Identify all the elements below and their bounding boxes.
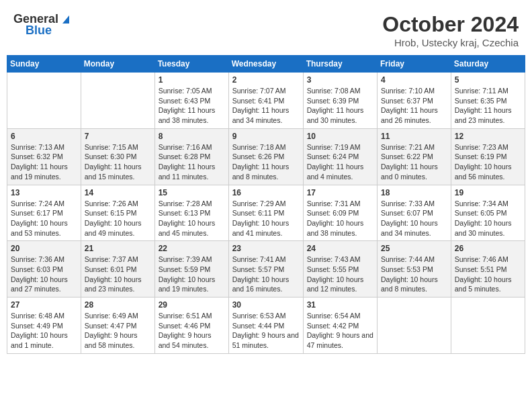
calendar-cell: 28Sunrise: 6:49 AMSunset: 4:47 PMDayligh… [81,298,154,354]
day-number: 8 [159,132,225,141]
day-number: 6 [11,132,77,141]
day-number: 29 [159,300,225,310]
day-info: Sunrise: 7:34 AMSunset: 6:05 PMDaylight:… [455,199,521,238]
day-number: 11 [381,132,447,141]
day-number: 5 [455,75,521,85]
day-number: 16 [232,188,300,197]
day-info: Sunrise: 7:31 AMSunset: 6:09 PMDaylight:… [307,199,373,238]
calendar-location: Hrob, Ustecky kraj, Czechia [382,37,519,48]
calendar-cell: 3Sunrise: 7:08 AMSunset: 6:39 PMDaylight… [303,73,377,129]
day-info: Sunrise: 6:49 AMSunset: 4:47 PMDaylight:… [85,311,151,351]
day-info: Sunrise: 6:54 AMSunset: 4:42 PMDaylight:… [307,311,373,351]
day-info: Sunrise: 7:24 AMSunset: 6:17 PMDaylight:… [11,199,77,238]
calendar-week-row: 20Sunrise: 7:36 AMSunset: 6:03 PMDayligh… [7,241,525,298]
weekday-header: Thursday [303,56,377,73]
day-number: 7 [85,132,151,141]
calendar-cell: 1Sunrise: 7:05 AMSunset: 6:43 PMDaylight… [154,73,228,129]
calendar-cell: 24Sunrise: 7:43 AMSunset: 5:55 PMDayligh… [303,241,377,298]
day-info: Sunrise: 7:19 AMSunset: 6:24 PMDaylight:… [307,142,373,182]
day-number: 15 [159,188,225,197]
weekday-header: Monday [81,56,154,73]
day-info: Sunrise: 7:11 AMSunset: 6:35 PMDaylight:… [455,86,521,126]
calendar-cell: 2Sunrise: 7:07 AMSunset: 6:41 PMDaylight… [228,73,303,129]
day-number: 9 [232,132,300,141]
day-number: 20 [11,244,77,253]
calendar-cell: 4Sunrise: 7:10 AMSunset: 6:37 PMDaylight… [378,73,451,129]
day-number: 3 [307,75,373,85]
calendar-cell [81,73,154,129]
calendar-cell: 19Sunrise: 7:34 AMSunset: 6:05 PMDayligh… [451,185,525,241]
day-info: Sunrise: 7:29 AMSunset: 6:11 PMDaylight:… [232,199,300,238]
day-info: Sunrise: 7:28 AMSunset: 6:13 PMDaylight:… [159,199,225,238]
calendar-cell: 12Sunrise: 7:23 AMSunset: 6:19 PMDayligh… [451,128,525,185]
calendar-cell [378,298,451,354]
calendar-week-row: 6Sunrise: 7:13 AMSunset: 6:32 PMDaylight… [7,128,525,185]
day-info: Sunrise: 7:44 AMSunset: 5:53 PMDaylight:… [381,255,447,294]
calendar-title: October 2024 [382,12,519,37]
day-number: 27 [11,300,77,310]
calendar-cell: 10Sunrise: 7:19 AMSunset: 6:24 PMDayligh… [303,128,377,185]
day-number: 14 [85,188,151,197]
calendar-cell: 6Sunrise: 7:13 AMSunset: 6:32 PMDaylight… [7,128,81,185]
day-info: Sunrise: 7:43 AMSunset: 5:55 PMDaylight:… [307,255,373,294]
calendar-cell [7,73,81,129]
day-number: 13 [11,188,77,197]
weekday-header: Saturday [451,56,525,73]
day-number: 4 [381,75,447,85]
day-info: Sunrise: 7:46 AMSunset: 5:51 PMDaylight:… [455,255,521,294]
calendar-cell: 31Sunrise: 6:54 AMSunset: 4:42 PMDayligh… [303,298,377,354]
day-info: Sunrise: 6:53 AMSunset: 4:44 PMDaylight:… [232,311,300,351]
calendar-cell: 7Sunrise: 7:15 AMSunset: 6:30 PMDaylight… [81,128,154,185]
calendar-cell: 17Sunrise: 7:31 AMSunset: 6:09 PMDayligh… [303,185,377,241]
title-block: October 2024 Hrob, Ustecky kraj, Czechia [382,12,519,48]
day-number: 24 [307,244,373,253]
day-number: 31 [307,300,373,310]
svg-marker-0 [62,15,69,24]
calendar-table: SundayMondayTuesdayWednesdayThursdayFrid… [7,55,525,354]
calendar-cell: 14Sunrise: 7:26 AMSunset: 6:15 PMDayligh… [81,185,154,241]
day-info: Sunrise: 7:26 AMSunset: 6:15 PMDaylight:… [85,199,151,238]
calendar-week-row: 1Sunrise: 7:05 AMSunset: 6:43 PMDaylight… [7,73,525,129]
logo-blue-text: Blue [26,24,52,38]
day-info: Sunrise: 7:05 AMSunset: 6:43 PMDaylight:… [159,86,225,126]
calendar-cell: 11Sunrise: 7:21 AMSunset: 6:22 PMDayligh… [378,128,451,185]
day-info: Sunrise: 7:07 AMSunset: 6:41 PMDaylight:… [232,86,300,126]
day-number: 12 [455,132,521,141]
calendar-week-row: 27Sunrise: 6:48 AMSunset: 4:49 PMDayligh… [7,298,525,354]
calendar-cell: 18Sunrise: 7:33 AMSunset: 6:07 PMDayligh… [378,185,451,241]
calendar-cell: 25Sunrise: 7:44 AMSunset: 5:53 PMDayligh… [378,241,451,298]
calendar-cell: 13Sunrise: 7:24 AMSunset: 6:17 PMDayligh… [7,185,81,241]
day-number: 22 [159,244,225,253]
day-number: 23 [232,244,300,253]
weekday-header: Friday [378,56,451,73]
day-info: Sunrise: 7:13 AMSunset: 6:32 PMDaylight:… [11,142,77,182]
weekday-header-row: SundayMondayTuesdayWednesdayThursdayFrid… [7,56,525,73]
day-info: Sunrise: 6:48 AMSunset: 4:49 PMDaylight:… [11,311,77,351]
calendar-cell: 26Sunrise: 7:46 AMSunset: 5:51 PMDayligh… [451,241,525,298]
day-number: 1 [159,75,225,85]
calendar-cell: 27Sunrise: 6:48 AMSunset: 4:49 PMDayligh… [7,298,81,354]
day-number: 30 [232,300,300,310]
logo-icon [60,13,72,25]
calendar-cell: 20Sunrise: 7:36 AMSunset: 6:03 PMDayligh… [7,241,81,298]
day-number: 2 [232,75,300,85]
day-number: 19 [455,188,521,197]
day-info: Sunrise: 7:37 AMSunset: 6:01 PMDaylight:… [85,255,151,294]
calendar-cell: 9Sunrise: 7:18 AMSunset: 6:26 PMDaylight… [228,128,303,185]
day-info: Sunrise: 7:23 AMSunset: 6:19 PMDaylight:… [455,142,521,182]
calendar-cell: 23Sunrise: 7:41 AMSunset: 5:57 PMDayligh… [228,241,303,298]
weekday-header: Wednesday [228,56,303,73]
day-info: Sunrise: 7:16 AMSunset: 6:28 PMDaylight:… [159,142,225,182]
day-info: Sunrise: 7:10 AMSunset: 6:37 PMDaylight:… [381,86,447,126]
day-info: Sunrise: 7:36 AMSunset: 6:03 PMDaylight:… [11,255,77,294]
day-number: 25 [381,244,447,253]
day-info: Sunrise: 7:15 AMSunset: 6:30 PMDaylight:… [85,142,151,182]
logo: General Blue [13,12,72,38]
day-info: Sunrise: 7:18 AMSunset: 6:26 PMDaylight:… [232,142,300,182]
day-info: Sunrise: 7:39 AMSunset: 5:59 PMDaylight:… [159,255,225,294]
day-number: 26 [455,244,521,253]
page-header: General Blue October 2024 Hrob, Ustecky … [7,7,525,51]
calendar-cell: 30Sunrise: 6:53 AMSunset: 4:44 PMDayligh… [228,298,303,354]
calendar-cell: 8Sunrise: 7:16 AMSunset: 6:28 PMDaylight… [154,128,228,185]
calendar-cell: 16Sunrise: 7:29 AMSunset: 6:11 PMDayligh… [228,185,303,241]
